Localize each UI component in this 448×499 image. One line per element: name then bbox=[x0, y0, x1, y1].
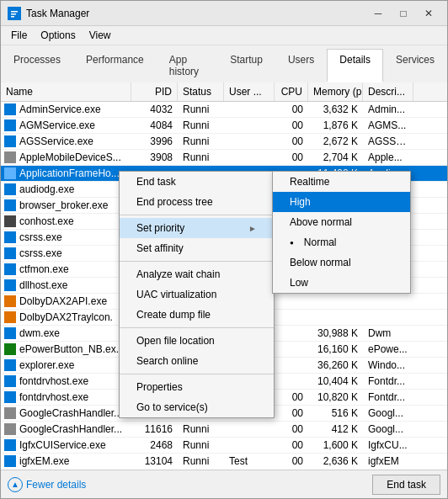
row-name-cell: DolbyDAX2API.exe bbox=[1, 294, 131, 309]
ctx-set-priority[interactable]: Set priority ► bbox=[120, 218, 274, 238]
sub-realtime-label: Realtime bbox=[290, 176, 329, 188]
menu-options[interactable]: Options bbox=[34, 28, 82, 43]
row-pid: 2468 bbox=[131, 438, 178, 453]
menu-bar: File Options View bbox=[1, 26, 447, 45]
ctx-search-online-label: Search online bbox=[136, 355, 198, 367]
col-header-status[interactable]: Status bbox=[178, 82, 224, 101]
table-row[interactable]: AGSService.exe 3996 Runni 00 2,672 K AGS… bbox=[1, 134, 447, 150]
sub-realtime[interactable]: Realtime bbox=[273, 172, 410, 192]
row-mem: 3,632 K bbox=[308, 102, 363, 117]
row-name: dllhost.exe bbox=[19, 279, 67, 291]
menu-view[interactable]: View bbox=[83, 28, 118, 43]
menu-file[interactable]: File bbox=[4, 28, 34, 43]
ctx-separator-3 bbox=[120, 327, 274, 328]
row-name: DolbyDAX2API.exe bbox=[19, 295, 107, 307]
row-desc: Admin... bbox=[363, 102, 413, 117]
row-desc: IgfxCU... bbox=[363, 438, 413, 453]
row-name-cell: DolbyDAX2Traylcon. bbox=[1, 310, 131, 325]
process-icon bbox=[4, 231, 16, 243]
col-header-mem[interactable]: Memory (p... bbox=[308, 82, 363, 101]
row-pid: 11616 bbox=[131, 422, 178, 437]
tab-app-history[interactable]: App history bbox=[157, 49, 218, 82]
row-mem: 1,876 K bbox=[308, 118, 363, 133]
row-name-cell: audiodg.exe bbox=[1, 182, 131, 197]
maximize-button[interactable]: □ bbox=[392, 5, 415, 22]
sub-normal-label: Normal bbox=[304, 236, 337, 248]
table-row[interactable]: igfxEM.exe 13104 Runni Test 00 2,636 K i… bbox=[1, 454, 447, 467]
tab-performance[interactable]: Performance bbox=[73, 49, 157, 82]
sub-below-normal[interactable]: Below normal bbox=[273, 252, 410, 273]
row-pid: 3996 bbox=[131, 134, 178, 149]
tab-users[interactable]: Users bbox=[275, 49, 327, 82]
process-icon bbox=[4, 167, 16, 179]
col-header-name[interactable]: Name bbox=[1, 82, 131, 101]
col-header-user[interactable]: User ... bbox=[224, 82, 275, 101]
process-icon bbox=[4, 439, 16, 451]
table-row[interactable]: GoogleCrashHandler... 11616 Runni 00 412… bbox=[1, 422, 447, 438]
ctx-uac-virt[interactable]: UAC virtualization bbox=[120, 284, 274, 305]
ctx-goto-service[interactable]: Go to service(s) bbox=[120, 397, 274, 417]
end-task-button[interactable]: End task bbox=[372, 475, 440, 495]
ctx-end-task[interactable]: End task bbox=[120, 172, 274, 192]
process-icon bbox=[4, 199, 16, 211]
row-pid: 13104 bbox=[131, 454, 178, 467]
sub-above-normal-label: Above normal bbox=[290, 216, 352, 228]
col-header-pid[interactable]: PID bbox=[131, 82, 178, 101]
row-user bbox=[224, 427, 275, 431]
tab-processes[interactable]: Processes bbox=[1, 49, 73, 82]
minimize-button[interactable]: ─ bbox=[366, 5, 390, 22]
sub-high[interactable]: High bbox=[273, 192, 410, 212]
row-desc: Googl... bbox=[363, 406, 413, 421]
ctx-analyze-wait[interactable]: Analyze wait chain bbox=[120, 264, 274, 284]
row-name: AGSService.exe bbox=[19, 135, 93, 147]
ctx-set-affinity[interactable]: Set affinity bbox=[120, 238, 274, 258]
row-status: Runni bbox=[178, 422, 224, 437]
row-name-cell: dllhost.exe bbox=[1, 278, 131, 293]
row-mem: 412 K bbox=[308, 422, 363, 437]
ctx-end-process-tree[interactable]: End process tree bbox=[120, 192, 274, 212]
fewer-details-button[interactable]: ▲ Fewer details bbox=[8, 477, 86, 492]
sub-above-normal[interactable]: Above normal bbox=[273, 212, 410, 232]
row-status: Runni bbox=[178, 134, 224, 149]
svg-rect-1 bbox=[11, 11, 18, 13]
tab-services[interactable]: Services bbox=[383, 49, 447, 82]
process-icon bbox=[4, 104, 16, 115]
title-bar-left: Task Manager bbox=[8, 7, 89, 20]
row-cpu: 00 bbox=[275, 118, 308, 133]
table-row[interactable]: IgfxCUIService.exe 2468 Runni 00 1,600 K… bbox=[1, 438, 447, 454]
ctx-end-task-label: End task bbox=[136, 176, 176, 188]
tab-startup[interactable]: Startup bbox=[217, 49, 275, 82]
ctx-create-dump[interactable]: Create dump file bbox=[120, 305, 274, 325]
ctx-separator-2 bbox=[120, 261, 274, 262]
table-row[interactable]: AGMService.exe 4084 Runni 00 1,876 K AGM… bbox=[1, 118, 447, 134]
close-button[interactable]: ✕ bbox=[417, 5, 440, 22]
row-mem bbox=[308, 300, 363, 303]
ctx-open-file[interactable]: Open file location bbox=[120, 331, 274, 351]
row-cpu bbox=[275, 316, 308, 319]
row-desc: Dwm bbox=[363, 326, 413, 341]
sub-below-normal-label: Below normal bbox=[290, 257, 351, 268]
row-desc: Fontdr... bbox=[363, 390, 413, 405]
row-mem: 10,820 K bbox=[308, 390, 363, 405]
table-row[interactable]: AppleMobileDeviceS... 3908 Runni 00 2,70… bbox=[1, 150, 447, 166]
row-name-cell: explorer.exe bbox=[1, 358, 131, 373]
col-header-desc[interactable]: Descri... bbox=[363, 82, 413, 101]
tab-details[interactable]: Details bbox=[327, 49, 383, 82]
ctx-search-online[interactable]: Search online bbox=[120, 351, 274, 371]
ctx-goto-service-label: Go to service(s) bbox=[136, 401, 208, 413]
row-cpu: 00 bbox=[275, 438, 308, 453]
ctx-properties[interactable]: Properties bbox=[120, 377, 274, 397]
row-name: browser_broker.exe bbox=[19, 199, 108, 211]
svg-rect-2 bbox=[11, 13, 16, 15]
col-header-cpu[interactable]: CPU bbox=[275, 82, 308, 101]
row-name-cell: GoogleCrashHandler... bbox=[1, 406, 131, 421]
row-name-cell: AppleMobileDeviceS... bbox=[1, 150, 131, 165]
sub-normal-bullet: ● bbox=[290, 239, 294, 247]
table-row[interactable]: AdminService.exe 4032 Runni 00 3,632 K A… bbox=[1, 102, 447, 118]
row-mem: 2,636 K bbox=[308, 454, 363, 467]
process-icon bbox=[4, 215, 16, 227]
row-pid: 3908 bbox=[131, 150, 178, 165]
sub-normal[interactable]: ● Normal bbox=[273, 232, 410, 252]
sub-low[interactable]: Low bbox=[273, 273, 410, 293]
row-name: igfxEM.exe bbox=[19, 455, 69, 467]
